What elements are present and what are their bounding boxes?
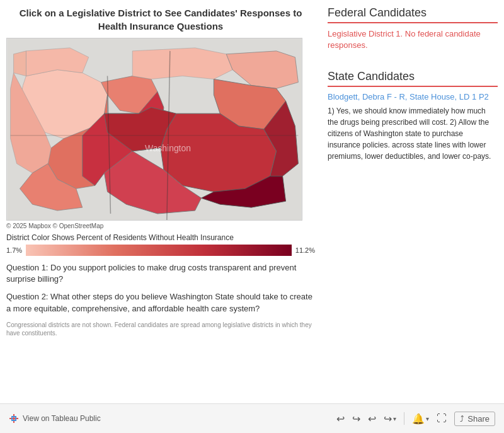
- redo-icon: ↪: [352, 413, 360, 425]
- undo-button[interactable]: ↩: [336, 413, 345, 425]
- washington-map[interactable]: Washington: [7, 38, 302, 220]
- right-panel: Federal Candidates Legislative District …: [315, 6, 498, 403]
- left-panel: Click on a Legislative District to See C…: [6, 6, 315, 403]
- share-icon: ⤴: [460, 414, 464, 424]
- undo-icon: ↩: [336, 413, 345, 425]
- alert-icon: 🔔: [412, 413, 425, 425]
- dropdown-arrow: ▾: [393, 415, 396, 422]
- tableau-logo[interactable]: View on Tableau Public: [9, 413, 101, 424]
- redo2-button[interactable]: ↪ ▾: [384, 413, 396, 425]
- candidate-response: 1) Yes, we should know immediately how m…: [328, 105, 498, 162]
- svg-rect-26: [11, 420, 16, 421]
- undo2-button[interactable]: ↩: [368, 413, 376, 425]
- footnote: Congressional districts are not shown. F…: [6, 321, 315, 337]
- state-candidates-section: State Candidates Blodgett, Debra F - R, …: [328, 70, 498, 162]
- state-header: State Candidates: [328, 70, 498, 87]
- svg-marker-4: [14, 51, 26, 76]
- map-credit: © 2025 Mapbox © OpenStreetMap: [6, 222, 315, 229]
- svg-rect-25: [11, 416, 16, 417]
- svg-marker-6: [132, 48, 232, 79]
- question-2: Question 2: What other steps do you beli…: [6, 291, 315, 314]
- svg-rect-22: [9, 418, 18, 419]
- legend-max: 11.2%: [295, 246, 315, 254]
- alert-dropdown: ▾: [426, 415, 429, 422]
- federal-section: Federal Candidates Legislative District …: [328, 6, 498, 51]
- federal-header: Federal Candidates: [328, 6, 498, 23]
- map-title: Click on a Legislative District to See C…: [6, 6, 315, 33]
- legend-gradient: [26, 245, 292, 256]
- legend-section: District Color Shows Percent of Resident…: [6, 233, 315, 256]
- legend-title: District Color Shows Percent of Resident…: [6, 233, 315, 242]
- fullscreen-button[interactable]: ⛶: [437, 413, 447, 424]
- questions-section: Question 1: Do you support policies to m…: [6, 262, 315, 337]
- share-label: Share: [467, 414, 490, 424]
- share-button[interactable]: ⤴ Share: [454, 412, 495, 426]
- legend-min: 1.7%: [6, 246, 22, 254]
- legend-bar: 1.7% 11.2%: [6, 245, 315, 256]
- alert-button[interactable]: 🔔 ▾: [412, 413, 429, 425]
- bottom-controls: ↩ ↪ ↩ ↪ ▾ 🔔 ▾ ⛶ ⤴ Share: [336, 412, 495, 426]
- candidate-link[interactable]: Blodgett, Debra F - R, State House, LD 1…: [328, 92, 498, 101]
- redo2-icon: ↪: [384, 413, 392, 425]
- undo2-icon: ↩: [368, 413, 376, 425]
- federal-message: Legislative District 1. No federal candi…: [328, 28, 498, 51]
- tableau-icon: [9, 413, 19, 424]
- redo-button[interactable]: ↪: [352, 413, 360, 425]
- divider: [404, 412, 404, 425]
- question-1: Question 1: Do you support policies to m…: [6, 262, 315, 285]
- map-container[interactable]: Washington: [6, 38, 302, 221]
- fullscreen-icon: ⛶: [437, 413, 447, 424]
- bottom-bar: View on Tableau Public ↩ ↪ ↩ ↪ ▾ 🔔 ▾ ⛶ ⤴…: [0, 403, 504, 433]
- view-tableau-label[interactable]: View on Tableau Public: [23, 414, 101, 423]
